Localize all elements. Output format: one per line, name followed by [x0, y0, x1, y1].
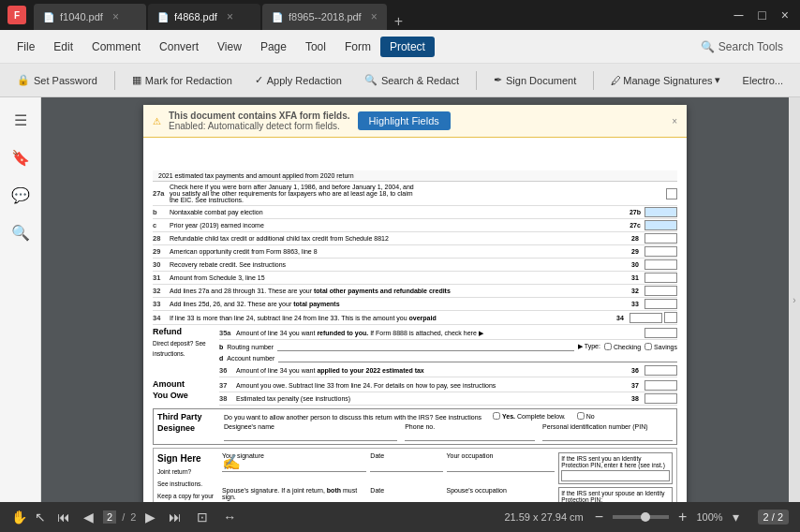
box-33 [644, 299, 677, 309]
close-button[interactable]: × [778, 7, 793, 22]
tab-1[interactable]: 📄 f1040.pdf × [34, 4, 146, 30]
prev-page-button[interactable]: ◀ [80, 508, 97, 526]
add-tab-button[interactable]: + [389, 13, 408, 30]
zoom-slider[interactable] [613, 515, 669, 519]
box-27b[interactable] [644, 207, 677, 217]
tab-2-close[interactable]: × [227, 10, 233, 23]
date-field-2[interactable] [370, 494, 442, 502]
menu-tool[interactable]: Tool [296, 37, 335, 57]
menu-protect[interactable]: Protect [380, 37, 435, 57]
right-panel-handle[interactable]: › [789, 97, 800, 502]
menu-file[interactable]: File [7, 37, 44, 57]
dimensions: 21.59 x 27.94 cm [504, 511, 583, 523]
sign-document-button[interactable]: ✒ Sign Document [484, 70, 585, 90]
zoom-in-button[interactable]: + [674, 509, 690, 525]
toolbar-divider-3 [593, 71, 594, 90]
box-27c[interactable] [644, 220, 677, 230]
third-party-question: Do you want to allow another person to d… [224, 412, 673, 421]
menu-page[interactable]: Page [251, 37, 296, 57]
banner-close-button[interactable]: × [672, 116, 677, 126]
zoom-value: 100% [696, 511, 722, 523]
page-nav: ⏮ ◀ 2 / 2 ▶ ⏭ [53, 508, 185, 526]
panel-comments-icon[interactable]: 💬 [6, 180, 36, 210]
checking-checkbox[interactable]: Checking [604, 343, 641, 350]
status-bar: ✋ ↖ ⏮ ◀ 2 / 2 ▶ ⏭ ⊡ ↔ 21.59 x 27.94 cm −… [0, 502, 800, 532]
xfa-banner: ⚠ This document contains XFA form fields… [143, 105, 687, 138]
tab-3[interactable]: 📄 f8965--2018.pdf × [262, 4, 387, 30]
signature-field[interactable]: ✍ [222, 459, 366, 472]
electronic-button[interactable]: Electro... [733, 71, 793, 90]
zoom-dropdown-button[interactable]: ▾ [729, 508, 743, 526]
fit-width-button[interactable]: ↔ [219, 508, 240, 526]
fit-page-button[interactable]: ⊡ [193, 508, 212, 526]
box-34b [664, 312, 677, 323]
row-34: 34 If line 33 is more than line 24, subt… [153, 311, 677, 325]
tabs-container: 📄 f1040.pdf × 📄 f4868.pdf × 📄 f8965--201… [34, 0, 726, 30]
lock-icon: 🔒 [17, 74, 30, 86]
zoom-slider-thumb[interactable] [641, 512, 650, 522]
title-bar-controls: ─ □ × [730, 7, 793, 22]
box-37 [644, 380, 677, 391]
pin-label: Personal identification number (PIN) [542, 423, 673, 430]
account-field[interactable] [278, 353, 677, 362]
spouse-signature-field[interactable] [222, 500, 366, 502]
row-27c: c Prior year (2019) earned income 27c [153, 219, 677, 232]
hand-tool-icon[interactable]: ✋ [11, 510, 27, 525]
designee-name-field[interactable] [224, 430, 397, 441]
phone-field[interactable] [405, 430, 535, 441]
xfa-banner-icon: ⚠ [153, 116, 161, 126]
menu-view[interactable]: View [208, 37, 251, 57]
content-area: ⚠ This document contains XFA form fields… [41, 97, 789, 502]
page-input[interactable]: 2 [103, 510, 116, 524]
xfa-banner-text: This document contains XFA form fields. [169, 111, 350, 121]
third-party-fields: Designee's name Phone no. Personal ident… [224, 423, 673, 441]
first-page-button[interactable]: ⏮ [53, 508, 74, 526]
last-page-button[interactable]: ⏭ [165, 508, 185, 526]
tab-2[interactable]: 📄 f4868.pdf × [148, 4, 260, 30]
xfa-banner-subtext: Enabled: Automatically detect form field… [169, 121, 350, 131]
next-page-button[interactable]: ▶ [141, 508, 159, 526]
apply-redaction-button[interactable]: ✓ Apply Redaction [245, 70, 351, 90]
zoom-controls: − + 100% ▾ [591, 508, 743, 526]
zoom-out-button[interactable]: − [591, 509, 607, 525]
routing-field[interactable] [277, 342, 574, 351]
page-separator: / [122, 511, 125, 523]
search-tools-button[interactable]: 🔍 Search Tools [691, 37, 793, 57]
highlight-fields-button[interactable]: Highlight Fields [358, 111, 451, 130]
menu-comment[interactable]: Comment [82, 37, 150, 57]
irs-pin-field[interactable] [561, 470, 670, 481]
menu-edit[interactable]: Edit [44, 37, 82, 57]
mark-for-redaction-button[interactable]: ▦ Mark for Redaction [123, 70, 242, 90]
minimize-button[interactable]: ─ [730, 7, 747, 22]
menu-form[interactable]: Form [335, 37, 380, 57]
manage-signatures-button[interactable]: 🖊 Manage Signatures ▾ [601, 70, 729, 90]
tab-3-close[interactable]: × [371, 10, 378, 23]
irs-pin-box: If the IRS sent you an Identity Protecti… [558, 452, 673, 484]
maximize-button[interactable]: □ [754, 7, 769, 22]
yes-checkbox[interactable]: Yes. Complete below. [493, 412, 566, 420]
search-redact-button[interactable]: 🔍 Search & Redact [355, 70, 468, 90]
box-35a [644, 328, 677, 338]
sign-row-1: Your signature ✍ Date Your occupation [222, 452, 673, 484]
no-checkbox[interactable]: No [577, 412, 595, 420]
mark-icon: ▦ [132, 74, 141, 86]
panel-search-icon[interactable]: 🔍 [6, 217, 36, 247]
row-31: 31 Amount from Schedule 3, line 15 31 [153, 272, 677, 285]
set-password-button[interactable]: 🔒 Set Password [7, 70, 107, 90]
row-36: 36 Amount of line 34 you want applied to… [219, 364, 677, 377]
panel-bookmarks-icon[interactable]: 🔖 [6, 142, 36, 172]
tab-1-close[interactable]: × [112, 10, 119, 23]
row-27a: 27a Check here if you were born after Ja… [153, 182, 677, 206]
tab-1-label: f1040.pdf [60, 11, 103, 22]
panel-pages-icon[interactable]: ☰ [6, 105, 36, 135]
occupation-field-1[interactable] [447, 459, 556, 472]
date-field-1[interactable] [370, 459, 442, 472]
menu-convert[interactable]: Convert [150, 37, 208, 57]
pin-field[interactable] [542, 430, 673, 441]
savings-checkbox[interactable]: Savings [644, 343, 677, 350]
select-tool-icon[interactable]: ↖ [35, 510, 46, 525]
menu-bar: File Edit Comment Convert View Page Tool… [0, 30, 800, 64]
top-note: 2021 estimated tax payments and amount a… [158, 172, 354, 179]
row-35a: 35a Amount of line 34 you want refunded … [219, 327, 677, 340]
occupation-field-2[interactable] [447, 494, 556, 502]
